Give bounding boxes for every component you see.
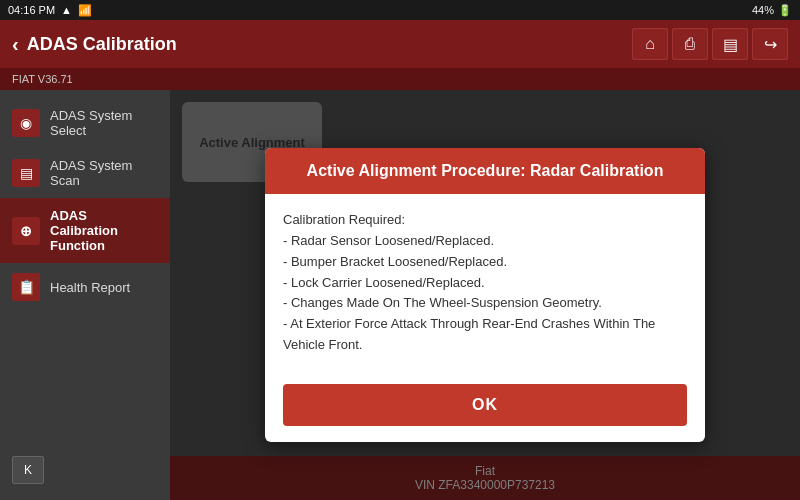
modal-body: Calibration Required:- Radar Sensor Loos…: [265, 194, 705, 372]
modal-title: Active Alignment Procedure: Radar Calibr…: [307, 162, 664, 179]
header-title: ADAS Calibration: [27, 34, 177, 55]
sidebar-label-scan: ADAS System Scan: [50, 158, 158, 188]
header-icons: ⌂ ⎙ ▤ ↪: [632, 28, 788, 60]
sub-header: FIAT V36.71: [0, 68, 800, 90]
sidebar: ◉ ADAS System Select ▤ ADAS System Scan …: [0, 90, 170, 500]
list-button[interactable]: ▤: [712, 28, 748, 60]
modal-body-text: Calibration Required:- Radar Sensor Loos…: [283, 212, 655, 352]
wifi-icon: ▲: [61, 4, 72, 16]
health-report-icon: 📋: [12, 273, 40, 301]
sidebar-item-adas-calibration-function[interactable]: ⊕ ADAS Calibration Function: [0, 198, 170, 263]
collapse-button[interactable]: K: [12, 456, 44, 484]
header-left: ‹ ADAS Calibration: [12, 33, 177, 56]
battery-display: 44%: [752, 4, 774, 16]
modal-overlay: Active Alignment Procedure: Radar Calibr…: [170, 90, 800, 500]
sidebar-item-health-report[interactable]: 📋 Health Report: [0, 263, 170, 311]
home-button[interactable]: ⌂: [632, 28, 668, 60]
sidebar-label-health: Health Report: [50, 280, 130, 295]
modal-ok-button[interactable]: OK: [283, 384, 687, 426]
back-button[interactable]: ‹: [12, 33, 19, 56]
sidebar-label-calibration: ADAS Calibration Function: [50, 208, 158, 253]
status-right: 44% 🔋: [752, 4, 792, 17]
battery-icon: 🔋: [778, 4, 792, 17]
modal-footer: OK: [265, 372, 705, 442]
sidebar-item-adas-system-select[interactable]: ◉ ADAS System Select: [0, 98, 170, 148]
sidebar-bottom: K: [0, 448, 170, 492]
header: ‹ ADAS Calibration ⌂ ⎙ ▤ ↪: [0, 20, 800, 68]
adas-select-icon: ◉: [12, 109, 40, 137]
exit-button[interactable]: ↪: [752, 28, 788, 60]
signal-icon: 📶: [78, 4, 92, 17]
content-area: Active Alignment Active Alignment Proced…: [170, 90, 800, 500]
status-left: 04:16 PM ▲ 📶: [8, 4, 92, 17]
adas-calibration-icon: ⊕: [12, 217, 40, 245]
modal-dialog: Active Alignment Procedure: Radar Calibr…: [265, 148, 705, 442]
version-label: FIAT V36.71: [12, 73, 73, 85]
sidebar-item-adas-system-scan[interactable]: ▤ ADAS System Scan: [0, 148, 170, 198]
adas-scan-icon: ▤: [12, 159, 40, 187]
main-area: ◉ ADAS System Select ▤ ADAS System Scan …: [0, 90, 800, 500]
print-button[interactable]: ⎙: [672, 28, 708, 60]
time-display: 04:16 PM: [8, 4, 55, 16]
status-bar: 04:16 PM ▲ 📶 44% 🔋: [0, 0, 800, 20]
sidebar-label-select: ADAS System Select: [50, 108, 158, 138]
modal-header: Active Alignment Procedure: Radar Calibr…: [265, 148, 705, 194]
